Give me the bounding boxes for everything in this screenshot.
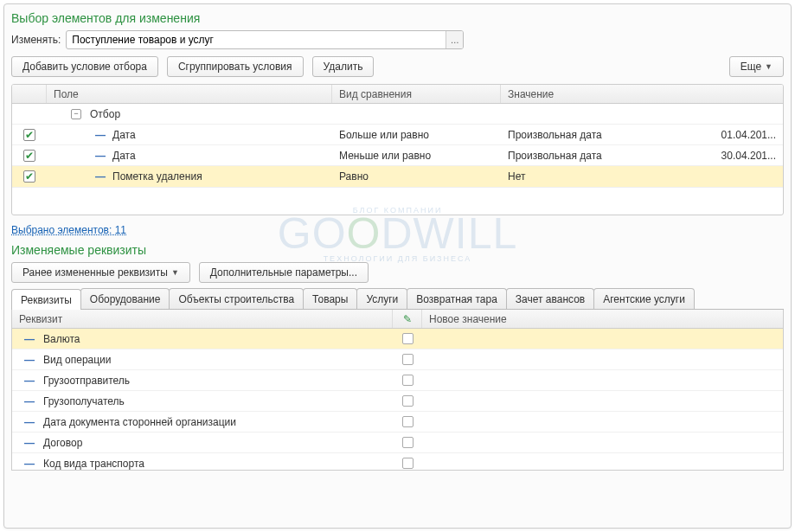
group-filter-button[interactable]: Сгруппировать условия [167,56,304,77]
prev-changed-button[interactable]: Ранее измененные реквизиты ▼ [11,262,190,283]
filter-col-field[interactable]: Поле [47,85,332,103]
filter-cmp: Равно [332,170,501,183]
req-row[interactable]: —Грузополучатель [12,391,783,412]
req-row[interactable]: —Валюта [12,329,783,349]
filter-table-header: Поле Вид сравнения Значение [12,85,783,104]
filter-col-val[interactable]: Значение [501,85,783,103]
req-col-newval[interactable]: Новое значение [422,310,783,328]
checkbox[interactable]: ✔ [23,170,35,183]
tree-toggle-icon[interactable]: − [71,109,81,119]
checkbox[interactable] [402,333,414,344]
dash-icon: — [95,150,106,162]
req-name: Дата документа сторонней организации [43,416,236,428]
add-filter-button[interactable]: Добавить условие отбора [11,56,158,77]
req-row[interactable]: —Договор [12,433,783,453]
requisites-table: Реквизит ✎ Новое значение —Валюта—Вид оп… [11,310,784,471]
change-row: Изменять: … [11,30,784,49]
req-row[interactable]: —Грузоотправитель [12,370,783,391]
req-row[interactable]: —Дата документа сторонней организации [12,412,783,433]
filter-root-label: Отбор [90,108,120,120]
selected-count-link[interactable]: Выбрано элементов: 11 [11,224,126,236]
dash-icon: — [24,354,35,366]
change-picker-button[interactable]: … [446,31,463,48]
tab-6[interactable]: Зачет авансов [506,288,594,309]
more-label: Еще [741,61,761,73]
filter-row[interactable]: ✔—ДатаБольше или равноПроизвольная дата0… [12,125,783,145]
tabs: РеквизитыОборудованиеОбъекты строительст… [11,288,784,310]
filter-cmp: Меньше или равно [332,150,501,162]
req-name: Договор [43,437,82,449]
filter-table: Поле Вид сравнения Значение − Отбор ✔—Да… [11,84,784,215]
checkbox[interactable] [402,437,414,448]
filter-field: Дата [112,150,136,162]
section-title-selection: Выбор элементов для изменения [11,11,784,25]
filter-val: Произвольная дата [508,150,629,162]
dash-icon: — [95,170,106,183]
tab-5[interactable]: Возвратная тара [407,288,507,309]
filter-val: Нет [508,170,629,183]
change-input[interactable] [67,31,446,48]
req-name: Грузоотправитель [43,375,130,387]
dash-icon: — [24,375,35,387]
req-name: Вид операции [43,354,112,366]
filter-val: Произвольная дата [508,129,629,141]
tab-0[interactable]: Реквизиты [11,289,81,310]
req-name: Грузополучатель [43,395,125,407]
change-combo[interactable]: … [66,30,464,49]
tab-1[interactable]: Оборудование [80,288,170,309]
prev-changed-label: Ранее измененные реквизиты [22,266,168,279]
tab-4[interactable]: Услуги [356,288,407,309]
req-row[interactable]: —Код вида транспорта [12,453,783,470]
tab-3[interactable]: Товары [303,288,357,309]
req-row[interactable]: —Вид операции [12,349,783,370]
dash-icon: — [24,416,35,428]
req-col-edit[interactable]: ✎ [393,310,422,328]
pencil-icon: ✎ [403,313,412,325]
filter-cmp: Больше или равно [332,129,501,141]
change-label: Изменять: [11,34,61,46]
more-button[interactable]: Еще ▼ [729,56,784,77]
dash-icon: — [24,395,35,407]
checkbox[interactable] [402,375,414,386]
checkbox[interactable]: ✔ [23,129,35,141]
filter-field: Дата [112,129,136,141]
checkbox[interactable] [402,416,414,427]
dash-icon: — [24,458,35,470]
chevron-down-icon: ▼ [765,62,773,71]
dash-icon: — [24,437,35,449]
filter-field: Пометка удаления [112,170,202,183]
section-title-requisites: Изменяемые реквизиты [11,243,784,257]
filter-row[interactable]: ✔—Пометка удаленияРавноНет [12,166,783,187]
checkbox[interactable] [402,395,414,407]
dash-icon: — [95,129,106,141]
req-name: Код вида транспорта [43,458,144,470]
chevron-down-icon: ▼ [171,268,179,277]
filter-val2: 01.04.201... [696,129,783,141]
delete-button[interactable]: Удалить [312,56,375,77]
tab-2[interactable]: Объекты строительства [169,288,304,309]
extra-params-button[interactable]: Дополнительные параметры... [199,262,369,283]
filter-row[interactable]: ✔—ДатаМеньше или равноПроизвольная дата3… [12,145,783,166]
req-col-name[interactable]: Реквизит [12,310,393,328]
checkbox[interactable] [402,354,414,365]
dash-icon: — [24,333,35,345]
filter-val2: 30.04.201... [696,150,783,162]
requisites-header: Реквизит ✎ Новое значение [12,310,783,329]
checkbox[interactable]: ✔ [23,150,35,162]
filter-root-row[interactable]: − Отбор [12,104,783,125]
tab-7[interactable]: Агентские услуги [593,288,695,309]
filter-col-cmp[interactable]: Вид сравнения [332,85,501,103]
requisites-body[interactable]: —Валюта—Вид операции—Грузоотправитель—Гр… [12,329,783,470]
checkbox[interactable] [402,458,414,469]
req-name: Валюта [43,333,80,345]
